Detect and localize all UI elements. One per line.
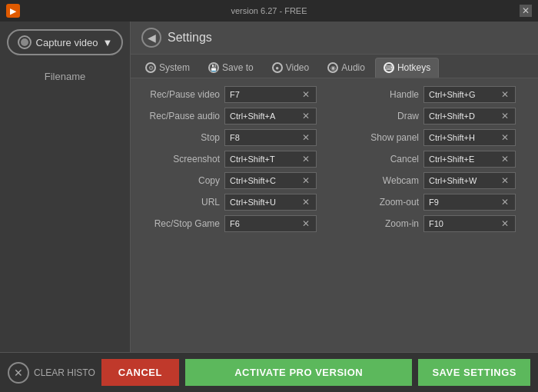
tab-save-to-label: Save to [222,62,254,73]
hotkey-show-panel-label: Show panel [342,132,419,143]
hotkey-show-panel-clear[interactable]: ✕ [500,132,510,143]
version-text: version 6.27 - FREE [231,6,307,15]
capture-dropdown-icon: ▼ [103,37,113,48]
hotkey-rec-stop-game-input[interactable]: F6 ✕ [224,215,317,232]
hotkey-webcam-input[interactable]: Ctrl+Shift+W ✕ [423,172,516,189]
app-icon: ▶ [6,4,20,18]
hotkey-zoom-out-clear[interactable]: ✕ [500,197,510,208]
settings-header: ◀ Settings [131,22,538,55]
main-wrapper: Capture video ▼ Filename ◀ Settings ⚙ Sy… [0,22,538,352]
hotkey-handle-label: Handle [342,89,419,100]
hotkey-stop-clear[interactable]: ✕ [301,132,311,143]
hotkey-webcam: Webcam Ctrl+Shift+W ✕ [342,172,526,189]
hotkey-screenshot-label: Screenshot [143,154,220,164]
hotkey-rec-pause-video: Rec/Pause video F7 ✕ [143,86,327,103]
hotkey-zoom-out-input[interactable]: F9 ✕ [423,194,516,211]
hotkey-copy-input[interactable]: Ctrl+Shift+C ✕ [224,172,317,189]
hotkey-draw-label: Draw [342,111,419,121]
hotkey-url-label: URL [143,197,220,208]
hotkey-cancel: Cancel Ctrl+Shift+E ✕ [342,151,526,168]
hotkey-rec-stop-game-label: Rec/Stop Game [143,218,220,229]
tab-video-label: Video [286,62,309,73]
hotkey-handle-input[interactable]: Ctrl+Shift+G ✕ [423,86,516,103]
audio-tab-icon: ◉ [327,62,338,73]
hotkey-zoom-out: Zoom-out F9 ✕ [342,194,526,211]
hotkey-rec-pause-video-label: Rec/Pause video [143,89,220,100]
sidebar: Capture video ▼ Filename [0,22,131,352]
hotkey-zoom-in-input[interactable]: F10 ✕ [423,215,516,232]
hotkeys-content: Rec/Pause video F7 ✕ Rec/Pause audio Ctr… [131,78,538,352]
hotkey-rec-pause-audio-input[interactable]: Ctrl+Shift+A ✕ [224,108,317,125]
tab-hotkeys-label: Hotkeys [397,62,430,73]
hotkey-rec-stop-game: Rec/Stop Game F6 ✕ [143,215,327,232]
hotkey-zoom-out-label: Zoom-out [342,197,419,208]
system-tab-icon: ⚙ [145,62,156,73]
hotkey-screenshot: Screenshot Ctrl+Shift+T ✕ [143,151,327,168]
filename-label: Filename [45,71,85,82]
hotkey-rec-pause-video-clear[interactable]: ✕ [301,89,311,100]
hotkey-rec-pause-audio-label: Rec/Pause audio [143,111,220,121]
settings-panel: ◀ Settings ⚙ System 💾 Save to ● Video ◉ … [131,22,538,352]
hotkey-url-input[interactable]: Ctrl+Shift+U ✕ [224,194,317,211]
hotkey-cancel-clear[interactable]: ✕ [500,154,510,164]
close-button[interactable]: ✕ [520,5,532,17]
clear-histo-area: ✕ CLEAR HISTO [8,362,95,384]
hotkey-cancel-label: Cancel [342,154,419,164]
clear-histo-icon-button[interactable]: ✕ [8,362,29,384]
hotkey-stop-input[interactable]: F8 ✕ [224,129,317,146]
hotkey-copy-clear[interactable]: ✕ [301,175,311,186]
capture-video-button[interactable]: Capture video ▼ [7,29,124,55]
capture-video-label: Capture video [36,37,98,48]
hotkeys-tab-icon: ⌨ [384,62,394,73]
tab-hotkeys[interactable]: ⌨ Hotkeys [375,58,439,78]
hotkey-copy: Copy Ctrl+Shift+C ✕ [143,172,327,189]
hotkey-webcam-clear[interactable]: ✕ [500,175,510,186]
hotkey-webcam-label: Webcam [342,175,419,186]
hotkey-draw-clear[interactable]: ✕ [500,111,510,121]
hotkey-rec-pause-audio: Rec/Pause audio Ctrl+Shift+A ✕ [143,108,327,125]
hotkey-url-clear[interactable]: ✕ [301,197,311,208]
rec-dot-inner [21,38,28,46]
tab-system[interactable]: ⚙ System [137,58,198,78]
hotkey-stop: Stop F8 ✕ [143,129,327,146]
hotkeys-right-col: Handle Ctrl+Shift+G ✕ Draw Ctrl+Shift+D … [342,86,526,344]
hotkey-handle: Handle Ctrl+Shift+G ✕ [342,86,526,103]
clear-histo-label: CLEAR HISTO [34,367,95,378]
hotkey-zoom-in-label: Zoom-in [342,218,419,229]
hotkey-zoom-in: Zoom-in F10 ✕ [342,215,526,232]
hotkey-stop-label: Stop [143,132,220,143]
hotkey-show-panel-input[interactable]: Ctrl+Shift+H ✕ [423,129,516,146]
hotkey-url: URL Ctrl+Shift+U ✕ [143,194,327,211]
hotkey-draw: Draw Ctrl+Shift+D ✕ [342,108,526,125]
tabs-bar: ⚙ System 💾 Save to ● Video ◉ Audio ⌨ Hot… [131,55,538,78]
tab-audio[interactable]: ◉ Audio [319,58,374,78]
hotkeys-left-col: Rec/Pause video F7 ✕ Rec/Pause audio Ctr… [143,86,327,344]
back-icon: ◀ [148,32,156,44]
tab-system-label: System [159,62,190,73]
hotkey-screenshot-input[interactable]: Ctrl+Shift+T ✕ [224,151,317,168]
hotkey-handle-clear[interactable]: ✕ [500,89,510,100]
hotkey-cancel-input[interactable]: Ctrl+Shift+E ✕ [423,151,516,168]
bottom-bar: ✕ CLEAR HISTO CANCEL ACTIVATE PRO VERSIO… [0,352,538,392]
save-settings-button[interactable]: SAVE SETTINGS [418,359,530,386]
save-to-tab-icon: 💾 [208,62,219,73]
hotkey-show-panel: Show panel Ctrl+Shift+H ✕ [342,129,526,146]
hotkey-rec-pause-audio-clear[interactable]: ✕ [301,111,311,121]
title-bar: ▶ version 6.27 - FREE ✕ [0,0,538,22]
tab-audio-label: Audio [341,62,365,73]
hotkey-screenshot-clear[interactable]: ✕ [301,154,311,164]
hotkey-rec-stop-game-clear[interactable]: ✕ [301,218,311,229]
tab-video[interactable]: ● Video [264,58,317,78]
tab-save-to[interactable]: 💾 Save to [200,58,262,78]
back-button[interactable]: ◀ [141,28,161,48]
hotkey-copy-label: Copy [143,175,220,186]
rec-dot [18,35,32,49]
activate-pro-button[interactable]: ACTIVATE PRO VERSION [185,359,412,386]
cancel-button[interactable]: CANCEL [101,359,179,386]
hotkey-rec-pause-video-input[interactable]: F7 ✕ [224,86,317,103]
settings-title: Settings [168,31,212,45]
hotkey-zoom-in-clear[interactable]: ✕ [500,218,510,229]
video-tab-icon: ● [272,62,283,73]
hotkey-draw-input[interactable]: Ctrl+Shift+D ✕ [423,108,516,125]
